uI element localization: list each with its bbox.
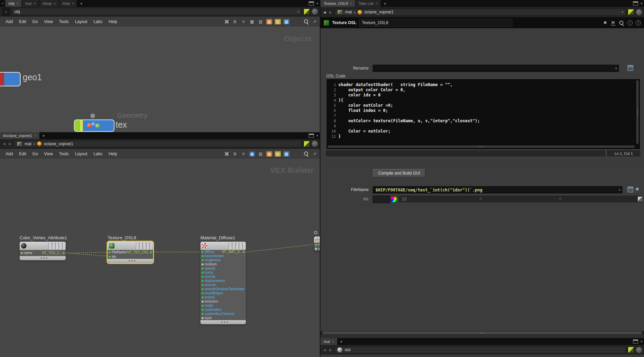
sync-icon[interactable] <box>636 9 642 15</box>
back-icon[interactable]: ◀ <box>2 142 6 146</box>
link-editor-icon[interactable] <box>304 9 310 15</box>
file-chooser-icon[interactable] <box>627 187 633 192</box>
file-name-dropdown-icon[interactable]: ▾ <box>619 188 620 192</box>
port-dot-icon[interactable] <box>201 296 204 298</box>
port-dot-icon[interactable] <box>201 272 204 274</box>
node-header[interactable] <box>108 242 153 250</box>
port-dot-icon[interactable] <box>201 301 204 303</box>
menu-item[interactable]: Edit <box>16 150 29 157</box>
path-input[interactable]: obj ▾ <box>12 8 302 15</box>
menu-item[interactable]: Tools <box>56 18 72 25</box>
breadcrumb-current[interactable]: octane_vopnet1 <box>44 141 73 146</box>
code-line[interactable]: 7 <box>327 113 640 118</box>
pane-tab[interactable]: Texture_OSL8 × <box>320 0 356 7</box>
code-line[interactable]: 11 } <box>327 134 640 139</box>
forward-icon[interactable]: ▶ <box>329 348 333 352</box>
menu-item[interactable]: Go <box>30 150 41 157</box>
menu-item[interactable]: View <box>41 18 56 25</box>
pane-tab[interactable]: /mat × <box>59 0 77 7</box>
pane-split-icon[interactable] <box>309 1 314 6</box>
port-dot-icon[interactable] <box>201 292 204 294</box>
node-clipped-right[interactable]: O n <box>314 237 320 251</box>
menu-item[interactable]: Labs <box>91 150 105 157</box>
grid-view-icon[interactable]: ▦ <box>249 19 255 24</box>
pane-tab[interactable]: /obj × <box>5 0 22 7</box>
port-dot-icon[interactable] <box>201 259 204 261</box>
grid-view-icon[interactable]: ▦ <box>249 151 255 157</box>
overview-icon[interactable]: ▦ <box>283 19 290 24</box>
pane-tab[interactable]: /shop × <box>39 0 59 7</box>
sync-icon[interactable] <box>636 347 642 353</box>
input-port[interactable]: layer <box>200 316 246 320</box>
port-dot-icon[interactable] <box>315 244 317 246</box>
port-dot-icon[interactable] <box>201 280 204 282</box>
input-port[interactable]: smoothShadowTerminator <box>200 287 246 291</box>
node-flags[interactable] <box>48 242 65 249</box>
notes-icon[interactable]: ▤ <box>275 19 281 24</box>
sync-icon[interactable] <box>312 141 318 147</box>
node-texture-osl8[interactable]: Texture_OSL8 FileName <box>108 242 153 263</box>
editor-horizontal-scrollbar[interactable] <box>328 145 635 148</box>
node-footer[interactable] <box>108 259 153 263</box>
idx-field-r[interactable]: 12 <box>399 196 482 202</box>
collapse-chevrons-icon[interactable]: » <box>2 8 10 15</box>
input-port[interactable]: normal <box>200 275 246 279</box>
tab-close-icon[interactable]: × <box>72 1 74 6</box>
breadcrumb[interactable]: mat ▸ octane_vopnet1 ▾ <box>335 9 626 16</box>
pane-horizontal-scrollbar[interactable] <box>320 331 644 335</box>
breadcrumb-current[interactable]: octane_vopnet1 <box>364 10 393 14</box>
new-tab-button[interactable]: + <box>381 0 389 7</box>
tab-close-icon[interactable]: × <box>375 1 378 6</box>
port-dot-icon[interactable] <box>21 252 23 254</box>
list-view-icon[interactable]: ≡ <box>240 19 247 24</box>
input-port[interactable]: FileName <box>108 250 153 254</box>
input-port[interactable]: displacement <box>200 279 246 283</box>
breadcrumb[interactable]: mat ▸ octane_vopnet1 <box>14 140 302 147</box>
input-port[interactable]: diffuse <box>200 250 246 254</box>
node-input-connector[interactable] <box>90 113 95 118</box>
pane-tab[interactable]: /out × <box>320 338 338 345</box>
code-line[interactable]: 1 shader dataTestShader( string FileName… <box>327 82 640 87</box>
input-port[interactable]: roundEdges <box>200 291 246 295</box>
wrench-icon[interactable] <box>224 19 229 24</box>
tab-close-icon[interactable]: × <box>54 1 56 6</box>
port-dot-icon[interactable] <box>201 313 204 315</box>
link-editor-icon[interactable] <box>628 347 634 353</box>
float-pane-icon[interactable]: ↗ <box>312 19 318 24</box>
pane-split-icon[interactable] <box>309 134 314 138</box>
grid-view-alt-icon[interactable]: ▤ <box>258 151 264 157</box>
code-line[interactable]: 2 output color Color = 0, <box>327 87 640 93</box>
color-picker-icon[interactable] <box>637 196 643 202</box>
node-header[interactable] <box>200 242 246 250</box>
menu-item[interactable]: Add <box>3 150 15 157</box>
menu-item[interactable]: Tools <box>56 150 72 157</box>
hscript-icon[interactable]: H <box>611 20 615 25</box>
back-icon[interactable]: ◀ <box>323 348 327 352</box>
pane-tab[interactable]: Take List × <box>356 0 381 7</box>
port-dot-icon[interactable] <box>201 309 204 311</box>
input-port[interactable]: smooth <box>200 283 246 287</box>
port-dot-icon[interactable] <box>201 251 204 253</box>
node-flags[interactable] <box>136 242 152 249</box>
port-dot-icon[interactable] <box>315 248 317 250</box>
input-port[interactable]: m <box>314 247 320 251</box>
tree-view-icon[interactable]: ≣ <box>232 151 238 157</box>
menu-item[interactable]: Edit <box>16 18 29 25</box>
new-tab-button[interactable]: + <box>77 0 85 7</box>
input-port[interactable]: roughness <box>200 258 246 262</box>
path-dropdown-icon[interactable]: ▾ <box>297 10 299 13</box>
menu-item[interactable]: Go <box>30 18 41 25</box>
input-port[interactable]: n <box>314 243 320 247</box>
menu-item[interactable]: Labs <box>91 18 105 25</box>
idx-color-swatch[interactable] <box>373 196 390 203</box>
tab-close-icon[interactable]: × <box>332 339 334 344</box>
snapshot-icon[interactable]: ▦ <box>266 19 272 24</box>
pane-tab[interactable]: /out × <box>22 0 39 7</box>
zoom-icon[interactable] <box>303 19 309 24</box>
code-line[interactable]: 8 outColor= texture(FileName, u, v,"inte… <box>327 118 640 124</box>
node-material-diffuse1[interactable]: Material_Diffuse1 diffuse <box>200 242 246 324</box>
wrench-icon[interactable] <box>224 151 229 157</box>
grid-view-alt-icon[interactable]: ▤ <box>258 19 264 24</box>
breadcrumb-root[interactable]: mat <box>345 10 352 14</box>
zoom-icon[interactable] <box>303 151 309 157</box>
